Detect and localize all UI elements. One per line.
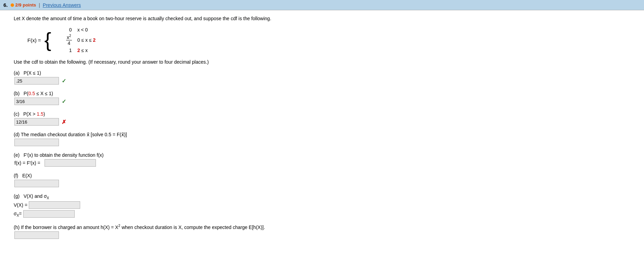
part-h-label: (h) If the borrower is charged an amount… (14, 224, 329, 230)
fraction-numerator: x2 (66, 34, 72, 40)
part-g-vx-row: V(X) = (14, 201, 329, 209)
part-b-label: (b) P(0.5 ≤ X ≤ 1) (14, 91, 329, 96)
part-a-answer-row: ✓ (14, 77, 329, 85)
part-a: (a) P(X ≤ 1) ✓ (14, 70, 329, 85)
part-g-vx-label: V(X) = (14, 202, 27, 208)
part-a-input[interactable] (14, 77, 59, 85)
part-h: (h) If the borrower is charged an amount… (14, 224, 329, 239)
part-c-cross-icon: ✗ (62, 119, 66, 125)
part-e-answer-row: f(x) = F′(x) = (14, 159, 329, 167)
part-g-vx-input[interactable] (29, 201, 80, 209)
case-red-3: 2 (77, 48, 80, 53)
part-b-check-icon: ✓ (62, 98, 66, 105)
points-text: 2/9 points (15, 2, 36, 8)
orange-dot-icon (11, 3, 14, 7)
previous-answers-link[interactable]: Previous Answers (43, 2, 81, 8)
part-g-sigma-input[interactable] (23, 210, 75, 218)
part-c-red: 1.5 (37, 111, 43, 117)
part-g-sigma-label: σX= (14, 211, 22, 217)
part-d-input[interactable] (14, 139, 59, 146)
part-a-label: (a) P(X ≤ 1) (14, 70, 329, 76)
case-value-1: 0 (55, 27, 72, 33)
part-a-check-icon: ✓ (62, 78, 66, 84)
case-row-3: 1 2 ≤ x (55, 48, 96, 53)
part-e: (e) F′(x) to obtain the density function… (14, 152, 329, 167)
points-badge: 2/9 points (11, 2, 36, 8)
part-f-input[interactable] (14, 180, 59, 187)
case-condition-3: 2 ≤ x (77, 48, 88, 53)
part-c-input[interactable] (14, 118, 59, 126)
part-e-label: (e) F′(x) to obtain the density function… (14, 152, 329, 158)
part-e-inline-label: f(x) = F′(x) = (14, 160, 42, 166)
problem-intro: Let X denote the amount of time a book o… (14, 15, 329, 22)
left-brace-icon: { (45, 30, 51, 50)
part-d: (d) The median checkout duration x̃ [sol… (14, 132, 329, 146)
part-f-label: (f) E(X) (14, 173, 329, 178)
case-row-1: 0 x < 0 (55, 27, 96, 33)
case-red-2: 2 (93, 37, 96, 43)
fx-label: F(x) = (27, 37, 41, 43)
part-c-answer-row: ✗ (14, 118, 329, 126)
case-value-3: 1 (55, 48, 72, 53)
separator: | (39, 2, 40, 8)
header-bar: 6. 2/9 points | Previous Answers (0, 0, 644, 10)
cases-table: 0 x < 0 x2 4 0 ≤ x ≤ 2 1 2 ≤ x (55, 27, 96, 53)
instruction-text: Use the cdf to obtain the following. (If… (14, 59, 329, 65)
case-value-2: x2 4 (55, 34, 72, 46)
part-g-sigma-row: σX= (14, 210, 329, 218)
part-d-label: (d) The median checkout duration x̃ [sol… (14, 132, 329, 137)
main-content: Let X denote the amount of time a book o… (0, 10, 343, 252)
case-condition-1: x < 0 (77, 27, 88, 33)
question-number: 6. (3, 2, 8, 8)
case-condition-2: 0 ≤ x ≤ 2 (77, 37, 96, 43)
part-c: (c) P(X > 1.5) ✗ (14, 111, 329, 126)
part-g: (g) V(X) and σX V(X) = σX= (14, 193, 329, 218)
fraction-denominator: 4 (67, 40, 71, 46)
part-b-answer-row: ✓ (14, 98, 329, 105)
part-h-answer-row (14, 231, 329, 239)
part-g-label: (g) V(X) and σX (14, 193, 329, 200)
part-b-input[interactable] (14, 98, 59, 105)
part-e-input[interactable] (45, 159, 96, 167)
fraction-x2-4: x2 4 (66, 34, 72, 46)
cdf-definition: F(x) = { 0 x < 0 x2 4 0 ≤ x ≤ 2 1 (27, 27, 329, 53)
part-b-red-1: 0.5 (28, 91, 35, 96)
part-f-answer-row (14, 180, 329, 187)
part-f: (f) E(X) (14, 173, 329, 187)
part-d-answer-row (14, 139, 329, 146)
part-b: (b) P(0.5 ≤ X ≤ 1) ✓ (14, 91, 329, 105)
part-h-input[interactable] (14, 231, 59, 239)
part-c-label: (c) P(X > 1.5) (14, 111, 329, 117)
case-row-2: x2 4 0 ≤ x ≤ 2 (55, 34, 96, 46)
